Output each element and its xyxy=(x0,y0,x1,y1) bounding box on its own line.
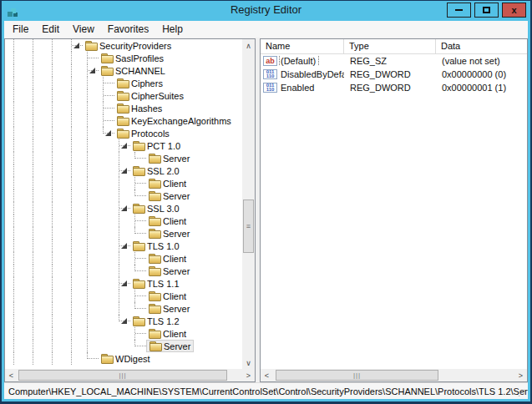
tree-vscroll-thumb[interactable]: ≡ xyxy=(243,199,254,253)
tree-node[interactable]: PCT 1.0 xyxy=(130,139,183,152)
expand-triangle-icon[interactable] xyxy=(121,243,127,249)
scroll-right-icon[interactable]: > xyxy=(242,369,255,381)
tree-item-label[interactable]: Hashes xyxy=(131,104,162,114)
list-body[interactable]: ab(Default)REG_SZ(value not set)011 110D… xyxy=(261,54,527,369)
tree-item-tls-1-0[interactable]: TLS 1.0 xyxy=(5,240,242,252)
maximize-button[interactable] xyxy=(474,3,499,18)
tree-item-client[interactable]: Client xyxy=(5,290,242,302)
menu-help[interactable]: Help xyxy=(155,22,190,37)
tree-item-client[interactable]: Client xyxy=(5,252,242,265)
list-horizontal-scrollbar[interactable]: < ||| > xyxy=(261,369,527,381)
column-header-type[interactable]: Type xyxy=(344,39,436,53)
tree-node[interactable]: SSL 3.0 xyxy=(130,202,182,215)
tree-item-hashes[interactable]: Hashes xyxy=(5,102,242,114)
list-hscroll-thumb[interactable]: ||| xyxy=(276,370,438,381)
tree-node[interactable]: Client xyxy=(146,290,189,302)
tree-item-label[interactable]: WDigest xyxy=(115,354,150,364)
tree-item-server[interactable]: Server xyxy=(5,340,242,352)
tree-item-schannel[interactable]: SCHANNEL xyxy=(5,64,242,77)
tree-node[interactable]: Client xyxy=(146,252,189,265)
tree-node[interactable]: TLS 1.1 xyxy=(130,277,182,290)
tree-node[interactable]: SaslProfiles xyxy=(99,52,166,64)
value-name[interactable]: DisabledByDefault xyxy=(280,69,344,79)
tree-node[interactable]: Protocols xyxy=(114,127,172,139)
value-name[interactable]: (Default) xyxy=(280,56,318,66)
tree-item-protocols[interactable]: Protocols xyxy=(5,127,242,139)
expand-triangle-icon[interactable] xyxy=(121,143,127,149)
tree-node[interactable]: Server xyxy=(146,189,192,202)
tree-node[interactable]: TLS 1.0 xyxy=(130,240,182,252)
tree-item-label[interactable]: SSL 2.0 xyxy=(147,166,180,176)
tree-item-label[interactable]: Server xyxy=(163,154,190,164)
tree-node[interactable]: Client xyxy=(146,215,189,227)
tree-item-label[interactable]: Server xyxy=(163,191,190,201)
tree-node[interactable]: SecurityProviders xyxy=(83,39,174,52)
tree-item-tls-1-2[interactable]: TLS 1.2 xyxy=(5,315,242,327)
tree-node[interactable]: Server xyxy=(146,152,192,164)
tree-item-securityproviders[interactable]: SecurityProviders xyxy=(5,39,242,52)
tree-item-label[interactable]: Server xyxy=(163,266,190,276)
value-row-disabledbydefault[interactable]: 011 110DisabledByDefaultREG_DWORD0x00000… xyxy=(261,68,527,81)
tree-node[interactable]: Server xyxy=(146,302,192,315)
tree-item-pct-1-0[interactable]: PCT 1.0 xyxy=(5,139,242,152)
tree-item-label[interactable]: Client xyxy=(163,291,186,301)
tree-item-server[interactable]: Server xyxy=(5,265,242,277)
resize-grip-icon[interactable]: ⋰ xyxy=(518,388,526,397)
tree-item-label[interactable]: SecurityProviders xyxy=(99,41,171,51)
tree-node[interactable]: Hashes xyxy=(114,102,165,114)
scroll-left-icon[interactable]: < xyxy=(5,369,18,381)
tree-item-label[interactable]: Server xyxy=(164,341,190,351)
tree-item-wdigest[interactable]: WDigest xyxy=(5,352,242,365)
tree-horizontal-scrollbar[interactable]: < ||| > xyxy=(5,369,255,381)
expand-triangle-icon[interactable] xyxy=(121,280,127,286)
tree-selected-node[interactable]: Server xyxy=(146,340,194,352)
tree-item-keyexchangealgorithms[interactable]: KeyExchangeAlgorithms xyxy=(5,114,242,127)
tree-view[interactable]: SecurityProvidersSaslProfilesSCHANNELCip… xyxy=(5,39,242,369)
tree-node[interactable]: Server xyxy=(146,265,192,277)
tree-item-label[interactable]: Client xyxy=(163,179,186,189)
tree-node[interactable]: Server xyxy=(146,227,192,240)
column-header-name[interactable]: Name xyxy=(261,39,344,53)
title-bar[interactable]: Registry Editor x xyxy=(4,1,528,21)
tree-item-label[interactable]: CipherSuites xyxy=(131,91,184,101)
value-name[interactable]: Enabled xyxy=(280,83,317,93)
tree-item-ssl-2-0[interactable]: SSL 2.0 xyxy=(5,164,242,177)
menu-view[interactable]: View xyxy=(66,22,101,37)
menu-favorites[interactable]: Favorites xyxy=(101,22,155,37)
tree-item-label[interactable]: TLS 1.2 xyxy=(147,316,180,326)
expand-triangle-icon[interactable] xyxy=(89,68,95,73)
tree-item-label[interactable]: Server xyxy=(163,304,190,314)
tree-vertical-scrollbar[interactable]: ∧ ≡ ∨ xyxy=(242,39,255,369)
tree-node[interactable]: Client xyxy=(146,327,189,340)
tree-item-server[interactable]: Server xyxy=(5,189,242,202)
expand-triangle-icon[interactable] xyxy=(121,168,127,174)
tree-item-label[interactable]: Server xyxy=(163,229,190,239)
scroll-down-icon[interactable]: ∨ xyxy=(242,356,255,369)
value-row--default-[interactable]: ab(Default)REG_SZ(value not set) xyxy=(261,54,527,68)
tree-item-label[interactable]: KeyExchangeAlgorithms xyxy=(131,116,231,126)
tree-item-label[interactable]: Client xyxy=(163,216,186,226)
tree-item-ciphers[interactable]: Ciphers xyxy=(5,77,242,89)
tree-item-ssl-3-0[interactable]: SSL 3.0 xyxy=(5,202,242,215)
tree-item-label[interactable]: Client xyxy=(163,329,186,339)
scroll-right-icon[interactable]: > xyxy=(514,369,527,381)
tree-item-label[interactable]: Ciphers xyxy=(131,78,163,88)
tree-item-label[interactable]: SSL 3.0 xyxy=(147,204,180,214)
tree-item-label[interactable]: SCHANNEL xyxy=(115,66,165,76)
tree-item-server[interactable]: Server xyxy=(5,227,242,240)
tree-item-server[interactable]: Server xyxy=(5,152,242,164)
tree-node[interactable]: KeyExchangeAlgorithms xyxy=(114,114,234,127)
tree-item-client[interactable]: Client xyxy=(5,327,242,340)
tree-item-client[interactable]: Client xyxy=(5,215,242,227)
close-button[interactable]: x xyxy=(502,3,526,18)
menu-edit[interactable]: Edit xyxy=(35,22,66,37)
tree-node[interactable]: WDigest xyxy=(99,352,153,365)
tree-item-label[interactable]: TLS 1.1 xyxy=(147,279,180,289)
tree-item-label[interactable]: Client xyxy=(163,254,186,264)
tree-node[interactable]: SCHANNEL xyxy=(99,64,168,77)
tree-item-label[interactable]: PCT 1.0 xyxy=(147,141,180,151)
expand-triangle-icon[interactable] xyxy=(121,205,127,211)
tree-item-label[interactable]: TLS 1.0 xyxy=(147,241,180,251)
column-header-data[interactable]: Data xyxy=(436,39,527,53)
tree-node[interactable]: Client xyxy=(146,177,189,189)
